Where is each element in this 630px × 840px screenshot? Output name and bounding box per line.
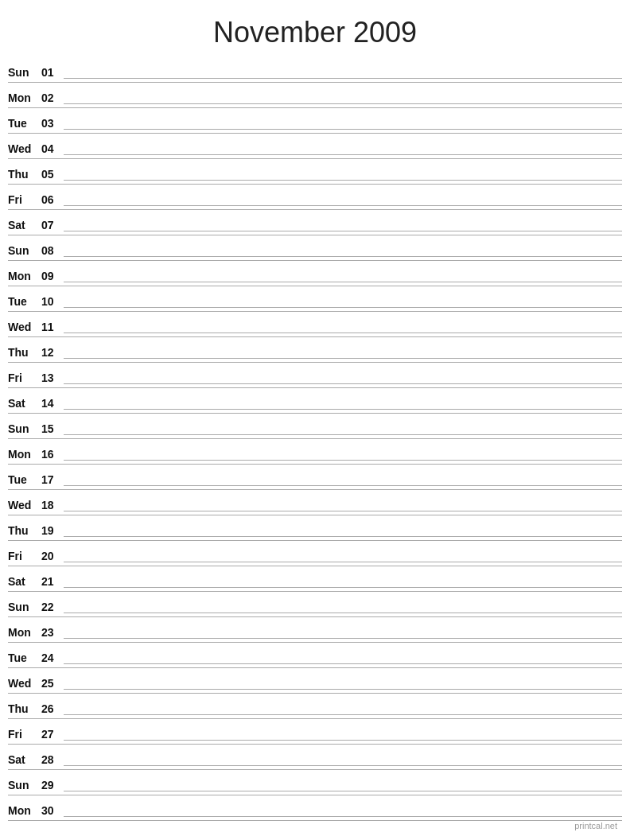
day-name: Fri bbox=[8, 550, 41, 564]
day-number: 06 bbox=[41, 193, 64, 208]
day-line bbox=[64, 740, 622, 741]
day-number: 04 bbox=[41, 142, 64, 157]
day-number: 09 bbox=[41, 270, 64, 284]
day-number: 30 bbox=[41, 804, 64, 819]
day-row: Sat07 bbox=[8, 210, 622, 235]
day-line bbox=[64, 511, 622, 511]
day-line bbox=[64, 129, 622, 130]
day-name: Fri bbox=[8, 371, 41, 386]
day-row: Sun15 bbox=[8, 414, 622, 439]
day-name: Fri bbox=[8, 193, 41, 208]
day-line bbox=[64, 765, 622, 766]
day-line bbox=[64, 562, 622, 562]
day-line bbox=[64, 307, 622, 308]
day-row: Sun01 bbox=[8, 57, 622, 83]
day-number: 17 bbox=[41, 473, 64, 488]
day-number: 13 bbox=[41, 371, 64, 386]
day-name: Wed bbox=[8, 142, 41, 157]
day-number: 18 bbox=[41, 499, 64, 513]
day-number: 22 bbox=[41, 601, 64, 615]
day-name: Tue bbox=[8, 473, 41, 488]
day-line bbox=[64, 612, 622, 613]
day-number: 23 bbox=[41, 626, 64, 640]
day-line bbox=[64, 180, 622, 181]
day-name: Tue bbox=[8, 117, 41, 131]
day-number: 11 bbox=[41, 321, 64, 335]
day-line bbox=[64, 358, 622, 359]
day-number: 27 bbox=[41, 728, 64, 742]
day-row: Fri06 bbox=[8, 185, 622, 210]
day-row: Sat14 bbox=[8, 388, 622, 414]
day-row: Fri27 bbox=[8, 719, 622, 745]
calendar-grid: Sun01Mon02Tue03Wed04Thu05Fri06Sat07Sun08… bbox=[0, 57, 630, 821]
day-row: Sun29 bbox=[8, 770, 622, 795]
day-line bbox=[64, 791, 622, 791]
day-name: Sun bbox=[8, 422, 41, 437]
day-row: Thu05 bbox=[8, 159, 622, 185]
day-number: 15 bbox=[41, 422, 64, 437]
day-number: 28 bbox=[41, 753, 64, 768]
day-row: Fri20 bbox=[8, 541, 622, 566]
day-number: 12 bbox=[41, 346, 64, 360]
day-row: Tue24 bbox=[8, 643, 622, 668]
day-row: Thu26 bbox=[8, 694, 622, 719]
watermark: printcal.net bbox=[574, 821, 617, 830]
day-name: Sun bbox=[8, 244, 41, 259]
day-row: Tue03 bbox=[8, 108, 622, 134]
day-name: Thu bbox=[8, 346, 41, 360]
day-name: Mon bbox=[8, 804, 41, 819]
day-row: Sat21 bbox=[8, 566, 622, 592]
page-title: November 2009 bbox=[0, 0, 630, 57]
day-row: Sun22 bbox=[8, 592, 622, 617]
day-number: 25 bbox=[41, 677, 64, 691]
day-number: 20 bbox=[41, 550, 64, 564]
day-name: Sat bbox=[8, 219, 41, 233]
day-line bbox=[64, 485, 622, 486]
day-row: Thu19 bbox=[8, 515, 622, 541]
day-name: Mon bbox=[8, 448, 41, 462]
day-row: Wed04 bbox=[8, 134, 622, 159]
day-row: Mon02 bbox=[8, 83, 622, 108]
day-number: 19 bbox=[41, 524, 64, 539]
day-row: Wed18 bbox=[8, 490, 622, 515]
day-row: Fri13 bbox=[8, 363, 622, 388]
day-line bbox=[64, 587, 622, 588]
day-number: 08 bbox=[41, 244, 64, 259]
day-line bbox=[64, 78, 622, 79]
day-line bbox=[64, 409, 622, 410]
day-line bbox=[64, 689, 622, 690]
day-name: Sat bbox=[8, 753, 41, 768]
day-name: Sun bbox=[8, 779, 41, 793]
day-name: Mon bbox=[8, 626, 41, 640]
day-row: Tue17 bbox=[8, 465, 622, 490]
day-number: 16 bbox=[41, 448, 64, 462]
day-row: Wed11 bbox=[8, 312, 622, 337]
day-name: Tue bbox=[8, 651, 41, 666]
day-name: Thu bbox=[8, 168, 41, 182]
day-name: Wed bbox=[8, 321, 41, 335]
day-row: Mon16 bbox=[8, 439, 622, 465]
day-name: Fri bbox=[8, 728, 41, 742]
day-number: 24 bbox=[41, 651, 64, 666]
day-line bbox=[64, 205, 622, 206]
day-name: Thu bbox=[8, 702, 41, 717]
day-row: Wed25 bbox=[8, 668, 622, 694]
day-row: Sun08 bbox=[8, 235, 622, 261]
day-name: Sun bbox=[8, 66, 41, 80]
day-row: Mon23 bbox=[8, 617, 622, 643]
day-name: Thu bbox=[8, 524, 41, 539]
day-line bbox=[64, 231, 622, 231]
day-number: 03 bbox=[41, 117, 64, 131]
day-name: Wed bbox=[8, 499, 41, 513]
day-line bbox=[64, 154, 622, 155]
day-line bbox=[64, 663, 622, 664]
day-number: 05 bbox=[41, 168, 64, 182]
day-number: 01 bbox=[41, 66, 64, 80]
day-line bbox=[64, 282, 622, 282]
day-number: 10 bbox=[41, 295, 64, 309]
day-line bbox=[64, 256, 622, 257]
day-number: 07 bbox=[41, 219, 64, 233]
day-number: 02 bbox=[41, 91, 64, 106]
day-row: Sat28 bbox=[8, 745, 622, 770]
day-line bbox=[64, 383, 622, 384]
